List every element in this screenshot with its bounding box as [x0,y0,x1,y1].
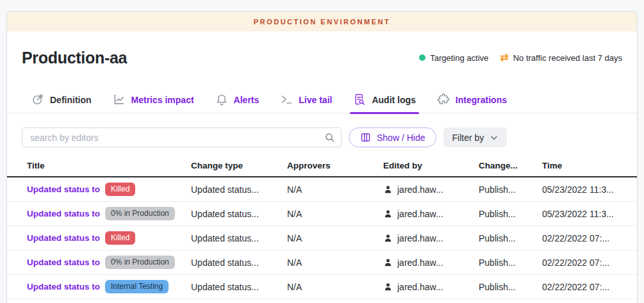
change-type-cell: Updated status... [191,209,287,219]
status-group: Targeting active ⇄ No traffic received l… [419,53,622,63]
change-cell: Publish... [479,233,542,243]
tab-label: Live tail [299,95,332,105]
time-cell: 02/22/2022 07:... [542,282,637,292]
table-row[interactable]: Updated status to 0% in Production Updat… [7,202,637,226]
terminal-icon [280,93,293,108]
table-row[interactable]: Updated status to Killed Updated status.… [7,226,637,250]
chevron-down-icon [490,133,499,142]
search-wrap [22,127,342,147]
column-header-change-type[interactable]: Change type [191,161,287,170]
editor-name: jared.haw... [397,258,443,268]
gate-icon [31,93,44,108]
tab-audit-logs[interactable]: Audit logs [353,87,415,113]
environment-banner-label: PRODUCTION ENVIRONMENT [254,18,390,26]
table-row[interactable]: Updated status to Internal Testing Updat… [7,275,637,299]
edited-by-cell: jared.haw... [383,184,479,195]
show-hide-button[interactable]: Show / Hide [349,127,436,147]
traffic-status: ⇄ No traffic received last 7 days [500,53,622,63]
status-badge: 0% in Production [105,207,175,220]
targeting-status: Targeting active [419,53,488,63]
person-icon [383,184,393,194]
editor-name: jared.haw... [397,233,443,243]
document-search-icon [353,93,366,108]
change-cell: Publish... [479,184,542,195]
change-type-cell: Updated status... [191,282,287,292]
traffic-status-label: No traffic received last 7 days [513,53,622,63]
bell-icon [215,93,228,108]
status-badge: Killed [105,231,135,244]
title-cell: Updated status to 0% in Production [27,256,191,268]
tab-integrations[interactable]: Integrations [437,87,507,113]
change-type-cell: Updated status... [191,233,287,243]
row-title-link[interactable]: Updated status to [27,258,100,267]
table-row[interactable]: Updated status to 0% in Production Updat… [7,250,637,275]
person-icon [383,282,393,291]
tab-live-tail[interactable]: Live tail [280,87,332,113]
filter-by-label: Filter by [452,133,484,143]
columns-icon [360,132,371,143]
tab-metrics-impact[interactable]: Metrics impact [113,87,194,113]
time-cell: 05/23/2022 11:3... [542,184,637,195]
swap-arrows-icon: ⇄ [500,53,508,63]
column-header-edited-by[interactable]: Edited by [383,161,479,170]
approvers-cell: N/A [287,282,383,292]
title-cell: Updated status to Killed [27,231,191,244]
column-header-title[interactable]: Title [27,161,191,170]
row-title-link[interactable]: Updated status to [27,184,100,194]
tab-label: Metrics impact [131,95,194,105]
column-header-change[interactable]: Change... [479,161,542,170]
title-cell: Updated status to 0% in Production [27,207,191,220]
status-badge: Killed [105,183,135,195]
editor-name: jared.haw... [397,184,443,195]
page-title: Production-aa [22,49,127,67]
person-icon [383,209,393,218]
approvers-cell: N/A [287,233,383,243]
title-cell: Updated status to Internal Testing [27,280,191,293]
tab-bar: Definition Metrics impact Alerts Live ta… [7,87,637,113]
time-cell: 05/23/2022 11:3... [542,209,637,219]
time-cell: 02/22/2022 07:... [542,233,637,243]
line-chart-icon [113,93,126,108]
green-dot-icon [419,54,425,61]
toolbar: Show / Hide Filter by [7,127,637,147]
person-icon [383,233,393,243]
edited-by-cell: jared.haw... [383,209,479,219]
row-title-link[interactable]: Updated status to [27,209,100,218]
person-icon [383,258,393,267]
approvers-cell: N/A [287,184,383,195]
tab-label: Definition [50,95,92,105]
time-cell: 02/22/2022 07:... [542,258,637,268]
puzzle-icon [437,93,450,108]
row-title-link[interactable]: Updated status to [27,282,100,291]
environment-card: PRODUCTION ENVIRONMENT Production-aa Tar… [6,11,638,303]
audit-log-table: Title Change type Approvers Edited by Ch… [7,154,637,299]
row-title-link[interactable]: Updated status to [27,233,100,243]
change-type-cell: Updated status... [191,184,287,195]
edited-by-cell: jared.haw... [383,282,479,292]
change-cell: Publish... [479,209,542,219]
change-cell: Publish... [479,258,542,268]
table-row[interactable]: Updated status to Killed Updated status.… [7,177,637,202]
status-badge: Internal Testing [105,280,169,293]
filter-by-button[interactable]: Filter by [443,127,507,147]
tab-label: Integrations [456,95,507,105]
tab-definition[interactable]: Definition [31,87,92,113]
table-header-row: Title Change type Approvers Edited by Ch… [7,154,637,177]
editor-name: jared.haw... [397,282,443,292]
edited-by-cell: jared.haw... [383,258,479,268]
status-badge: 0% in Production [105,256,175,268]
column-header-time[interactable]: Time [542,161,637,170]
tab-label: Audit logs [372,95,415,105]
targeting-status-label: Targeting active [430,53,488,63]
search-icon [324,132,335,143]
change-type-cell: Updated status... [191,258,287,268]
environment-banner: PRODUCTION ENVIRONMENT [7,12,637,31]
tab-alerts[interactable]: Alerts [215,87,260,113]
edited-by-cell: jared.haw... [383,233,479,243]
title-cell: Updated status to Killed [27,183,191,195]
search-input[interactable] [22,127,342,147]
tab-label: Alerts [234,95,260,105]
column-header-approvers[interactable]: Approvers [287,161,383,170]
show-hide-label: Show / Hide [377,133,425,143]
page-header: Production-aa Targeting active ⇄ No traf… [7,48,637,67]
